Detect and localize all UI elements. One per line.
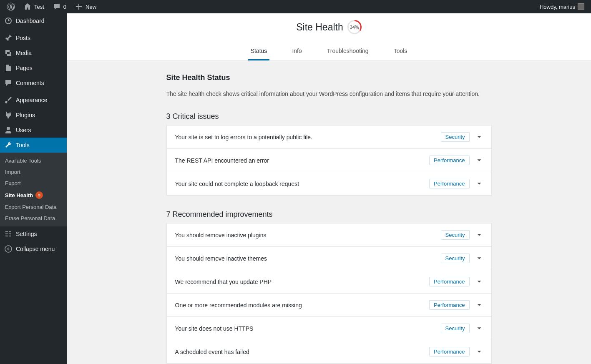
issue-badge: Performance	[429, 179, 469, 188]
sidebar-item-label: Comments	[16, 80, 44, 86]
health-progress-ring: 34%	[347, 20, 362, 34]
comments-link[interactable]: 0	[49, 0, 70, 13]
issue-title: A scheduled event has failed	[175, 349, 249, 355]
issue-row[interactable]: A scheduled event has failedPerformance	[166, 340, 492, 364]
home-icon	[23, 3, 32, 11]
wrench-icon	[4, 141, 13, 149]
issue-badge: Performance	[429, 347, 469, 356]
sidebar-item-tools[interactable]: Tools	[0, 138, 67, 153]
sidebar-item-settings[interactable]: Settings	[0, 226, 67, 241]
sidebar-item-label: Users	[16, 127, 31, 133]
sidebar-item-label: Dashboard	[16, 18, 45, 24]
issue-badge: Performance	[429, 156, 469, 165]
issue-row[interactable]: You should remove inactive themesSecurit…	[166, 246, 492, 270]
submenu-import[interactable]: Import	[0, 166, 67, 178]
issue-badge: Security	[441, 324, 470, 333]
issue-row[interactable]: You should remove inactive pluginsSecuri…	[166, 223, 492, 247]
recommended-issues-list: You should remove inactive pluginsSecuri…	[166, 223, 492, 364]
user-icon	[4, 126, 13, 134]
chevron-down-icon	[475, 180, 483, 188]
tab-troubleshooting[interactable]: Troubleshooting	[324, 43, 371, 60]
plus-icon	[75, 3, 83, 11]
issue-title: You should remove inactive themes	[175, 255, 267, 262]
svg-rect-1	[9, 231, 11, 232]
svg-rect-2	[5, 233, 8, 234]
wordpress-icon	[7, 3, 15, 11]
issue-badge: Security	[441, 230, 470, 240]
sidebar-item-posts[interactable]: Posts	[0, 30, 67, 45]
site-name-link[interactable]: Test	[20, 0, 48, 13]
brush-icon	[4, 96, 13, 104]
section-title: Site Health Status	[166, 73, 492, 82]
new-label: New	[86, 4, 96, 10]
svg-point-6	[5, 246, 12, 252]
avatar	[578, 3, 584, 10]
new-content-link[interactable]: New	[71, 0, 100, 13]
submenu-export-personal-data[interactable]: Export Personal Data	[0, 201, 67, 213]
issue-row[interactable]: Your site could not complete a loopback …	[166, 172, 492, 196]
issue-row[interactable]: One or more recommended modules are miss…	[166, 293, 492, 317]
issue-row[interactable]: Your site does not use HTTPSSecurity	[166, 316, 492, 340]
sidebar-item-media[interactable]: Media	[0, 45, 67, 60]
sidebar-item-users[interactable]: Users	[0, 123, 67, 138]
comments-count: 0	[63, 4, 66, 10]
update-badge: 3	[35, 191, 43, 199]
comment-icon	[53, 3, 61, 11]
content-area: Site Health 34% Status Info Troubleshoot…	[67, 13, 591, 364]
admin-sidebar: Dashboard Posts Media Pages Comments App…	[0, 13, 67, 364]
issue-title: The REST API encountered an error	[175, 157, 269, 164]
issue-row[interactable]: Your site is set to log errors to a pote…	[166, 125, 492, 149]
issue-row[interactable]: The REST API encountered an errorPerform…	[166, 148, 492, 172]
sidebar-item-label: Appearance	[16, 97, 48, 103]
tools-submenu: Available Tools Import Export Site Healt…	[0, 153, 67, 226]
sidebar-item-label: Plugins	[16, 112, 35, 118]
issue-title: You should remove inactive plugins	[175, 232, 267, 238]
section-description: The site health check shows critical inf…	[166, 90, 492, 97]
plug-icon	[4, 111, 13, 119]
tab-status[interactable]: Status	[248, 43, 270, 60]
sidebar-item-label: Settings	[16, 231, 37, 237]
sidebar-item-dashboard[interactable]: Dashboard	[0, 13, 67, 28]
chevron-down-icon	[475, 325, 483, 332]
comment-icon	[4, 79, 13, 87]
issue-title: Your site does not use HTTPS	[175, 325, 254, 332]
chevron-down-icon	[475, 348, 483, 356]
submenu-site-health[interactable]: Site Health 3	[0, 189, 67, 201]
tab-info[interactable]: Info	[289, 43, 304, 60]
sidebar-item-comments[interactable]: Comments	[0, 75, 67, 90]
critical-issues-heading: 3 Critical issues	[166, 112, 492, 121]
page-icon	[4, 64, 13, 72]
collapse-menu[interactable]: Collapse menu	[0, 241, 67, 256]
svg-rect-5	[9, 236, 11, 236]
sidebar-item-pages[interactable]: Pages	[0, 60, 67, 75]
issue-title: We recommend that you update PHP	[175, 279, 272, 285]
issue-title: One or more recommended modules are miss…	[175, 302, 302, 309]
dashboard-icon	[4, 17, 13, 25]
tabs: Status Info Troubleshooting Tools	[67, 43, 591, 60]
issue-row[interactable]: We recommend that you update PHPPerforma…	[166, 270, 492, 294]
chevron-down-icon	[475, 278, 483, 286]
submenu-available-tools[interactable]: Available Tools	[0, 155, 67, 166]
page-title: Site Health 34%	[296, 20, 362, 34]
issue-title: Your site could not complete a loopback …	[175, 181, 299, 187]
issue-badge: Performance	[429, 277, 469, 286]
submenu-export[interactable]: Export	[0, 178, 67, 189]
sidebar-item-appearance[interactable]: Appearance	[0, 93, 67, 108]
media-icon	[4, 49, 13, 57]
wp-logo[interactable]	[3, 0, 18, 13]
sidebar-item-label: Tools	[16, 142, 30, 148]
sidebar-item-plugins[interactable]: Plugins	[0, 108, 67, 123]
account-link[interactable]: Howdy, marius	[536, 0, 588, 13]
critical-issues-list: Your site is set to log errors to a pote…	[166, 125, 492, 196]
issue-badge: Security	[441, 132, 470, 142]
submenu-erase-personal-data[interactable]: Erase Personal Data	[0, 213, 67, 224]
svg-rect-3	[9, 233, 11, 234]
page-header: Site Health 34% Status Info Troubleshoot…	[67, 13, 591, 61]
sidebar-item-label: Pages	[16, 65, 33, 71]
site-name-label: Test	[34, 4, 44, 10]
tab-tools[interactable]: Tools	[391, 43, 410, 60]
sidebar-item-label: Media	[16, 50, 32, 56]
chevron-down-icon	[475, 133, 483, 141]
collapse-icon	[4, 245, 13, 253]
issue-badge: Security	[441, 254, 470, 263]
